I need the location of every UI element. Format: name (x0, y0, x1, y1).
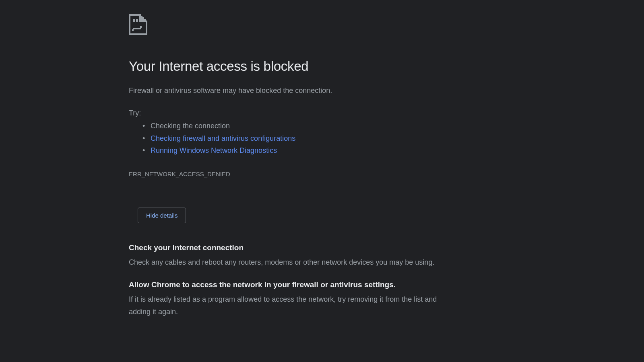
detail-text: Check any cables and reboot any routers,… (129, 256, 439, 269)
svg-rect-3 (132, 29, 134, 31)
try-label: Try: (129, 109, 451, 117)
suggestion-item: Checking firewall and antivirus configur… (144, 132, 451, 145)
detail-heading: Check your Internet connection (129, 243, 451, 252)
firewall-config-link[interactable]: Checking firewall and antivirus configur… (151, 134, 295, 142)
detail-text: If it is already listed as a program all… (129, 293, 439, 318)
suggestions-list: Checking the connection Checking firewal… (144, 120, 451, 157)
hide-details-button[interactable]: Hide details (138, 208, 186, 223)
error-code: ERR_NETWORK_ACCESS_DENIED (129, 171, 451, 177)
suggestion-text: Checking the connection (151, 122, 230, 130)
sad-page-icon (129, 14, 147, 35)
detail-section: Check your Internet connection Check any… (129, 243, 451, 269)
page-title: Your Internet access is blocked (129, 59, 451, 74)
error-subtitle: Firewall or antivirus software may have … (129, 85, 451, 96)
detail-heading: Allow Chrome to access the network in yo… (129, 280, 451, 289)
suggestion-item: Checking the connection (144, 120, 451, 132)
svg-rect-4 (140, 26, 142, 28)
icon-wrapper (129, 14, 451, 37)
svg-rect-2 (133, 28, 141, 29)
error-page-container: Your Internet access is blocked Firewall… (129, 0, 451, 318)
suggestion-item: Running Windows Network Diagnostics (144, 144, 451, 157)
svg-rect-0 (133, 19, 135, 22)
detail-section: Allow Chrome to access the network in yo… (129, 280, 451, 318)
network-diagnostics-link[interactable]: Running Windows Network Diagnostics (151, 146, 277, 154)
svg-rect-1 (136, 19, 138, 22)
